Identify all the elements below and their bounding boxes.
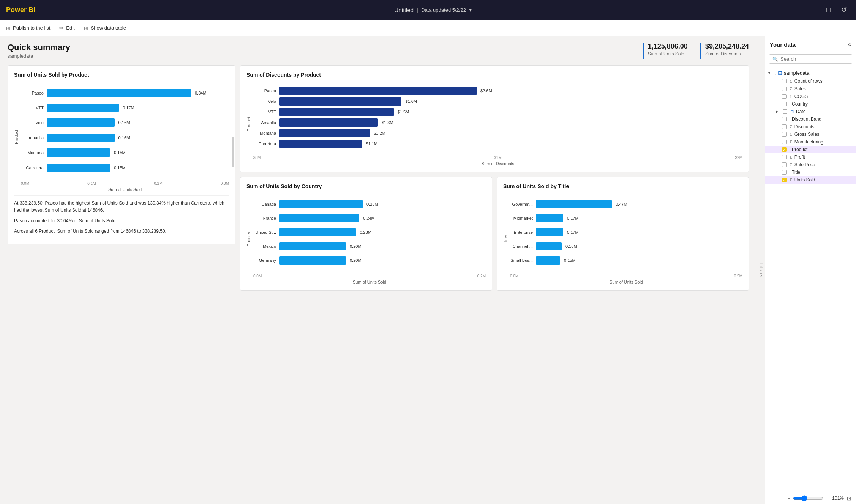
- bar-row[interactable]: Amarilla0.16M: [21, 132, 229, 143]
- item-checkbox[interactable]: [782, 162, 787, 167]
- tree-group-header[interactable]: ▾ ⊞ sampledata: [765, 68, 856, 77]
- chevron-icon[interactable]: ▾: [469, 6, 472, 13]
- edit-label: Edit: [66, 25, 74, 31]
- bar-fill: $1.5M: [279, 108, 394, 116]
- bar-value: $1.5M: [398, 110, 409, 114]
- bar-value: 0.23M: [360, 230, 371, 235]
- chart4-x-label: Sum of Units Sold: [510, 280, 742, 284]
- tree-item[interactable]: ✓Product: [765, 146, 856, 153]
- zoom-plus[interactable]: +: [826, 496, 829, 501]
- chart2-y-label: Product: [246, 117, 251, 131]
- search-box[interactable]: 🔍: [769, 54, 852, 64]
- bar-row[interactable]: Germany0.20M: [253, 255, 486, 266]
- item-checkbox[interactable]: [782, 87, 787, 91]
- bar-row[interactable]: Paseo0.34M: [21, 88, 229, 98]
- tree-item[interactable]: Country: [765, 100, 856, 108]
- chart1-bars: Paseo0.34MVTT0.17MVelo0.16MAmarilla0.16M…: [21, 82, 229, 178]
- refresh-button[interactable]: ↺: [838, 4, 850, 16]
- chart4-bars: Governm...0.47MMidmarket0.17MEnterprise0…: [510, 194, 742, 271]
- filters-tab[interactable]: Filters: [757, 36, 765, 504]
- tree-item[interactable]: ΣDiscounts: [765, 123, 856, 131]
- item-checkbox[interactable]: [782, 102, 787, 106]
- bar-row[interactable]: VTT$1.5M: [253, 107, 742, 117]
- bar-fill: 0.34M: [47, 89, 191, 97]
- tree-item[interactable]: ΣCOGS: [765, 93, 856, 100]
- bar-fill: 0.25M: [279, 200, 363, 208]
- window-mode-button[interactable]: □: [823, 5, 834, 16]
- bar-row[interactable]: Small Bus...0.15M: [510, 255, 742, 266]
- item-checkbox[interactable]: [783, 109, 787, 114]
- bar-fill: 0.16M: [47, 134, 115, 142]
- bar-row[interactable]: United St...0.23M: [253, 227, 486, 238]
- tree-item[interactable]: Discount Band: [765, 115, 856, 123]
- show-table-button[interactable]: ⊞ Show data table: [84, 25, 126, 31]
- search-input[interactable]: [780, 56, 849, 62]
- bar-row[interactable]: Carretera$1.1M: [253, 139, 742, 149]
- kpi-units-sold-content: 1,125,806.00 Sum of Units Sold: [648, 43, 688, 57]
- fit-icon[interactable]: ⊡: [847, 495, 851, 501]
- item-checkbox[interactable]: [782, 124, 787, 129]
- bar-label: Amarilla: [253, 120, 276, 125]
- bar-row[interactable]: Channel ...0.16M: [510, 241, 742, 252]
- tree-item[interactable]: ΣSale Price: [765, 161, 856, 169]
- chart2-x-axis: $0M$1M$2M: [253, 154, 742, 160]
- collapse-panel-button[interactable]: «: [848, 41, 851, 48]
- bar-row[interactable]: Velo$1.6M: [253, 96, 742, 107]
- tree-item[interactable]: ΣCount of rows: [765, 77, 856, 85]
- tree-item[interactable]: ΣManufacturing ...: [765, 138, 856, 146]
- scrollbar-thumb[interactable]: [232, 137, 234, 167]
- x-tick: 0.2M: [477, 274, 486, 278]
- item-checkbox[interactable]: [782, 79, 787, 83]
- bar-row[interactable]: Midmarket0.17M: [510, 213, 742, 224]
- bar-wrapper: 0.16M: [536, 241, 742, 252]
- bar-row[interactable]: Mexico0.20M: [253, 241, 486, 252]
- bar-value: $2.6M: [480, 88, 492, 93]
- item-checkbox[interactable]: [782, 94, 787, 99]
- edit-button[interactable]: ✏ Edit: [59, 25, 74, 31]
- tree-item[interactable]: ✓ΣUnits Sold: [765, 176, 856, 184]
- publish-button[interactable]: ⊞ Publish to the list: [6, 25, 50, 31]
- x-tick: 0.3M: [221, 181, 229, 186]
- item-checkbox[interactable]: [782, 117, 787, 121]
- bar-row[interactable]: Velo0.16M: [21, 117, 229, 128]
- chart1-x-label: Sum of Units Sold: [21, 187, 229, 192]
- item-checkbox[interactable]: [782, 140, 787, 144]
- item-checkbox[interactable]: [782, 155, 787, 159]
- bar-fill: $1.6M: [279, 97, 401, 106]
- zoom-minus[interactable]: −: [787, 496, 790, 501]
- item-checkbox[interactable]: ✓: [782, 178, 787, 182]
- bar-value: $1.2M: [374, 131, 385, 135]
- bar-value: $1.3M: [382, 120, 393, 125]
- bar-row[interactable]: Carretera0.15M: [21, 162, 229, 173]
- tree-item[interactable]: ΣProfit: [765, 153, 856, 161]
- bar-row[interactable]: Montana$1.2M: [253, 128, 742, 139]
- expand-icon: ▾: [768, 71, 770, 75]
- bar-row[interactable]: Governm...0.47M: [510, 199, 742, 209]
- bar-row[interactable]: Paseo$2.6M: [253, 85, 742, 96]
- bar-value: 0.17M: [567, 230, 579, 235]
- tree-item[interactable]: Title: [765, 169, 856, 176]
- zoom-slider[interactable]: [793, 495, 823, 501]
- tree-item[interactable]: ▶⊞Date: [765, 108, 856, 115]
- bar-row[interactable]: VTT0.17M: [21, 102, 229, 113]
- bar-label: United St...: [253, 230, 276, 235]
- item-checkbox[interactable]: [782, 170, 787, 175]
- tree-item[interactable]: ΣGross Sales: [765, 131, 856, 138]
- bar-row[interactable]: Amarilla$1.3M: [253, 117, 742, 128]
- bar-value: 0.16M: [565, 244, 577, 249]
- group-checkbox[interactable]: [772, 71, 776, 75]
- item-label: Gross Sales: [794, 132, 819, 137]
- bar-row[interactable]: Canada0.25M: [253, 199, 486, 209]
- bar-row[interactable]: Montana0.15M: [21, 147, 229, 158]
- bar-wrapper: 0.16M: [47, 132, 229, 143]
- bar-wrapper: $2.6M: [279, 85, 742, 96]
- bar-row[interactable]: Enterprise0.17M: [510, 227, 742, 238]
- item-checkbox[interactable]: [782, 132, 787, 137]
- bar-fill: 0.17M: [536, 214, 563, 222]
- tree-item[interactable]: ΣSales: [765, 85, 856, 93]
- bar-label: Paseo: [21, 91, 44, 95]
- bar-fill: 0.16M: [536, 242, 562, 250]
- bar-row[interactable]: France0.24M: [253, 213, 486, 224]
- bar-label: VTT: [21, 106, 44, 110]
- item-checkbox[interactable]: ✓: [782, 147, 787, 152]
